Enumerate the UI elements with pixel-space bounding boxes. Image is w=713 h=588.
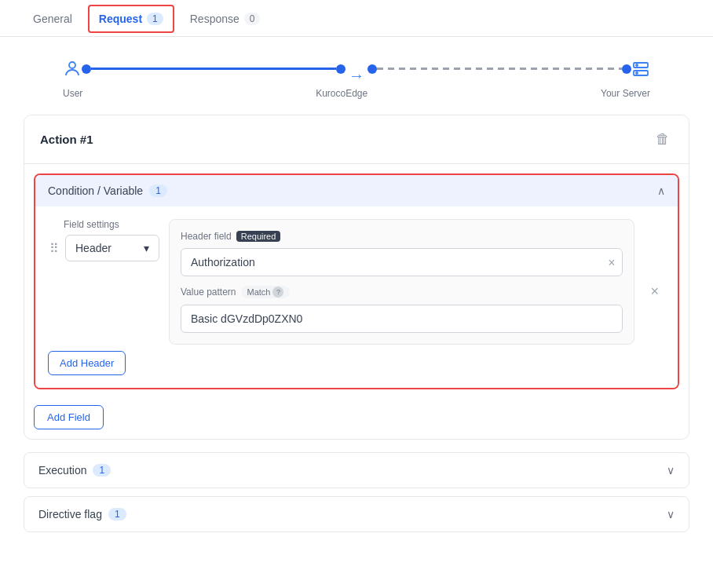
tab-response[interactable]: Response 0 [181, 0, 270, 36]
required-badge: Required [236, 231, 281, 242]
action-card-header: Action #1 🗑 [24, 115, 689, 164]
tab-response-badge: 0 [244, 13, 261, 25]
tabs-bar: General Request 1 Response 0 [0, 0, 713, 37]
directive-flag-badge: 1 [108, 508, 126, 520]
value-pattern-label-text: Value pattern [181, 287, 236, 298]
field-row: Field settings ⠿ Header ▾ [48, 219, 665, 345]
svg-point-4 [636, 72, 638, 74]
flow-dot-server [622, 64, 631, 74]
match-info-icon: ? [272, 287, 283, 298]
condition-title: Condition / Variable 1 [48, 184, 167, 197]
execution-badge: 1 [93, 464, 111, 477]
flow-edge-label: KurocoEdge [316, 88, 367, 99]
action-title: Action #1 [40, 133, 93, 146]
svg-point-3 [636, 64, 638, 66]
execution-title-label: Execution [38, 464, 86, 477]
add-header-button[interactable]: Add Header [48, 351, 126, 375]
condition-body: Field settings ⠿ Header ▾ [35, 206, 678, 388]
flow-server-label: Your Server [601, 88, 650, 99]
directive-flag-header[interactable]: Directive flag 1 ∨ [24, 497, 689, 531]
flow-arrow: → [349, 67, 364, 85]
match-badge: Match ? [241, 286, 291, 298]
svg-point-0 [69, 62, 75, 68]
tab-request-label: Request [99, 13, 142, 25]
user-icon [63, 58, 82, 80]
condition-section: Condition / Variable 1 ∧ Field settings … [34, 173, 679, 389]
flow-dot-start [82, 64, 91, 74]
directive-flag-title-label: Directive flag [38, 508, 102, 520]
execution-chevron-icon: ∨ [667, 464, 675, 477]
delete-action-button[interactable]: 🗑 [653, 128, 673, 151]
tab-general[interactable]: General [24, 0, 82, 36]
add-field-button[interactable]: Add Field [34, 405, 104, 429]
field-type-chevron-icon: ▾ [144, 242, 149, 254]
drag-handle-icon[interactable]: ⠿ [48, 239, 60, 257]
directive-flag-chevron-icon: ∨ [667, 508, 675, 520]
header-field-label-row: Header field Required [181, 231, 623, 242]
header-field-clear-button[interactable]: × [608, 256, 615, 270]
field-type-select[interactable]: Header ▾ [65, 235, 159, 261]
main-content: Action #1 🗑 Condition / Variable 1 ∧ [0, 115, 713, 564]
flow-dot-mid [336, 64, 346, 74]
row-close-button[interactable]: × [644, 280, 665, 303]
condition-title-label: Condition / Variable [48, 184, 143, 197]
action-card: Action #1 🗑 Condition / Variable 1 ∧ [24, 115, 689, 440]
execution-section: Execution 1 ∨ [24, 452, 689, 488]
directive-flag-title: Directive flag 1 [38, 508, 126, 520]
condition-badge: 1 [149, 184, 167, 197]
flow-line-solid [91, 68, 336, 70]
directive-flag-section: Directive flag 1 ∨ [24, 496, 689, 532]
field-settings-label: Field settings [64, 219, 119, 230]
condition-header[interactable]: Condition / Variable 1 ∧ [35, 175, 678, 206]
value-pattern-row: Value pattern Match ? [181, 286, 623, 298]
flow-labels: User KurocoEdge Your Server [0, 88, 713, 115]
flow-line-dashed [377, 68, 622, 70]
tab-request[interactable]: Request 1 [88, 5, 174, 33]
page-container: General Request 1 Response 0 [0, 0, 713, 588]
flow-user-label: User [63, 88, 82, 99]
header-input-wrapper: × [181, 248, 623, 276]
header-field-input[interactable] [181, 248, 623, 276]
tab-general-label: General [33, 13, 72, 25]
header-fields-col: Header field Required × Value pattern M [169, 219, 634, 345]
execution-title: Execution 1 [38, 464, 111, 477]
tab-response-label: Response [190, 13, 239, 25]
execution-header[interactable]: Execution 1 ∨ [24, 453, 689, 488]
condition-chevron-icon: ∧ [657, 184, 665, 197]
flow-segment-edge-server [367, 64, 631, 74]
match-label: Match [247, 287, 271, 297]
flow-segment-user-edge [82, 64, 346, 74]
field-type-row: ⠿ Header ▾ [48, 235, 159, 261]
tab-request-badge: 1 [147, 13, 163, 25]
flow-dot-edge [367, 64, 377, 74]
field-settings-col: Field settings ⠿ Header ▾ [48, 219, 159, 261]
value-pattern-input[interactable] [181, 305, 623, 333]
field-type-value: Header [75, 242, 112, 254]
server-icon [631, 58, 650, 80]
flow-server-node [631, 58, 650, 80]
flow-user-node [63, 58, 82, 80]
header-field-label-text: Header field [181, 231, 232, 242]
